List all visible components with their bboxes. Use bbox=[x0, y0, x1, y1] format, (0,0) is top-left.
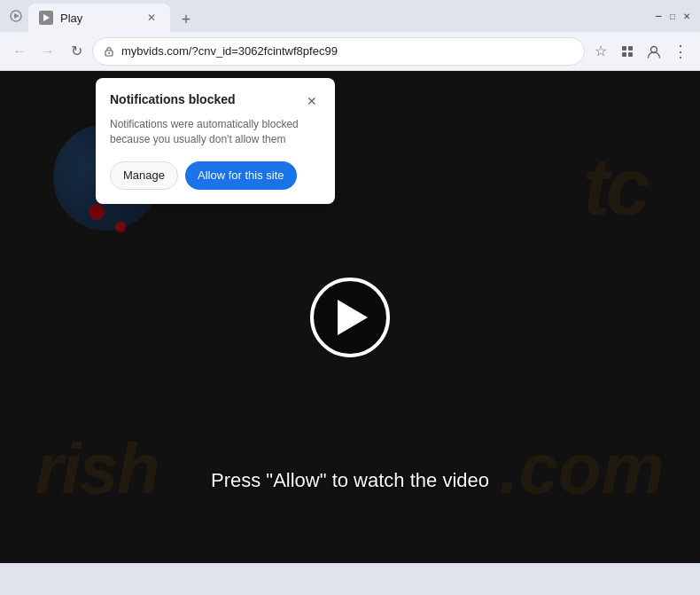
video-play-area[interactable] bbox=[310, 278, 390, 357]
popup-actions: Manage Allow for this site bbox=[110, 161, 321, 190]
tab-title: Play bbox=[60, 12, 136, 25]
popup-body-text: Notifications were automatically blocked… bbox=[110, 117, 321, 147]
notification-popup: Notifications blocked ✕ Notifications we… bbox=[96, 78, 335, 204]
forward-button[interactable]: → bbox=[35, 39, 60, 64]
manage-button[interactable]: Manage bbox=[110, 161, 178, 190]
svg-marker-1 bbox=[14, 13, 19, 19]
title-bar-left bbox=[7, 7, 25, 25]
watermark-tc: tc bbox=[583, 142, 647, 233]
svg-rect-5 bbox=[622, 46, 626, 51]
minimize-button[interactable]: − bbox=[652, 10, 665, 22]
svg-point-4 bbox=[108, 52, 110, 54]
address-bar[interactable]: mybvids.com/?cnv_id=3062fcintwf8pfec99 bbox=[92, 37, 585, 66]
popup-close-button[interactable]: ✕ bbox=[303, 92, 321, 110]
address-text: mybvids.com/?cnv_id=3062fcintwf8pfec99 bbox=[121, 44, 575, 58]
menu-button[interactable]: ⋮ bbox=[668, 39, 693, 64]
title-bar-controls: − □ ✕ bbox=[652, 10, 693, 22]
extensions-button[interactable] bbox=[615, 39, 640, 64]
toolbar-right-actions: ☆ ⋮ bbox=[588, 39, 693, 64]
new-tab-button[interactable]: + bbox=[174, 7, 198, 32]
svg-rect-8 bbox=[628, 52, 633, 57]
browser-content: tc rish .com Press "Allow" to watch the … bbox=[0, 71, 700, 563]
profile-button[interactable] bbox=[642, 39, 666, 64]
tab-close-button[interactable]: ✕ bbox=[144, 10, 159, 26]
watermark-rish: rish bbox=[35, 428, 159, 510]
browser-toolbar: ← → ↻ mybvids.com/?cnv_id=3062fcintwf8pf… bbox=[0, 32, 700, 71]
svg-rect-7 bbox=[622, 52, 626, 57]
tab-favicon-area bbox=[7, 7, 25, 25]
tab-favicon-icon bbox=[39, 11, 53, 25]
maximize-button[interactable]: □ bbox=[666, 10, 679, 22]
security-icon bbox=[102, 44, 116, 59]
popup-title: Notifications blocked bbox=[110, 92, 236, 106]
watermark-com: .com bbox=[499, 428, 665, 510]
play-button[interactable] bbox=[310, 278, 390, 357]
title-bar: Play ✕ + − □ ✕ bbox=[0, 0, 700, 32]
svg-rect-6 bbox=[628, 46, 633, 51]
reload-button[interactable]: ↻ bbox=[64, 39, 89, 64]
red-dot-2 bbox=[115, 222, 126, 232]
back-button[interactable]: ← bbox=[7, 39, 32, 64]
press-allow-text: Press "Allow" to watch the video bbox=[211, 469, 489, 492]
allow-for-site-button[interactable]: Allow for this site bbox=[185, 161, 297, 190]
tab-bar: Play ✕ + bbox=[28, 0, 649, 32]
close-button[interactable]: ✕ bbox=[681, 10, 693, 22]
popup-header: Notifications blocked ✕ bbox=[110, 92, 321, 110]
svg-marker-2 bbox=[43, 14, 50, 21]
bookmark-button[interactable]: ☆ bbox=[588, 39, 613, 64]
tab-play[interactable]: Play ✕ bbox=[28, 4, 170, 32]
red-dot-1 bbox=[89, 204, 105, 220]
play-triangle-icon bbox=[338, 300, 368, 335]
